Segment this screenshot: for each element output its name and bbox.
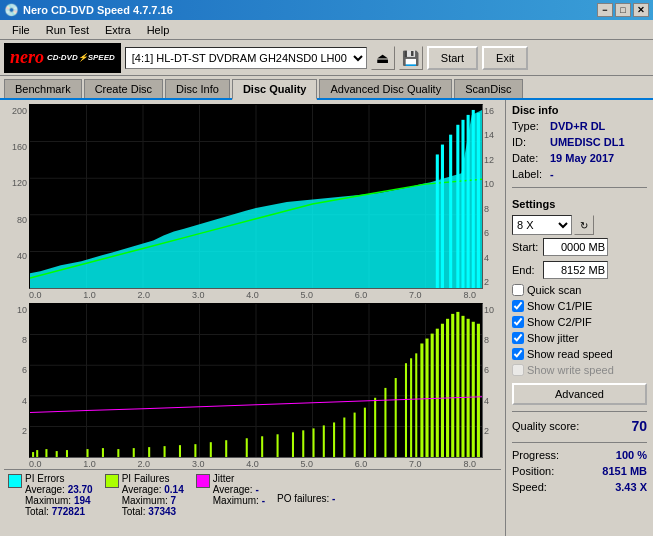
title-bar: 💿 Nero CD-DVD Speed 4.7.7.16 − □ ✕	[0, 0, 653, 20]
tab-bar: Benchmark Create Disc Disc Info Disc Qua…	[0, 76, 653, 100]
pi-errors-color	[8, 474, 22, 488]
svg-rect-73	[456, 312, 459, 457]
settings-title: Settings	[512, 198, 647, 210]
show-jitter-checkbox[interactable]	[512, 332, 524, 344]
main-content: 200 160 120 80 40	[0, 100, 653, 536]
jitter-text: Jitter Average: - Maximum: -	[213, 473, 265, 506]
svg-rect-38	[66, 450, 68, 457]
show-write-speed-checkbox[interactable]	[512, 364, 524, 376]
chart-top-svg	[29, 104, 483, 289]
pi-errors-total: Total: 772821	[25, 506, 93, 517]
menu-file[interactable]: File	[4, 22, 38, 38]
tab-create-disc[interactable]: Create Disc	[84, 79, 163, 98]
save-icon-button[interactable]: 💾	[399, 46, 423, 70]
divider-1	[512, 187, 647, 188]
app-title: Nero CD-DVD Speed 4.7.7.16	[23, 4, 173, 16]
jitter-label: Jitter	[213, 473, 265, 484]
maximize-button[interactable]: □	[615, 3, 631, 17]
divider-2	[512, 411, 647, 412]
end-mb-row: End:	[512, 261, 647, 279]
svg-rect-34	[32, 452, 34, 457]
svg-rect-60	[374, 398, 376, 457]
tab-benchmark[interactable]: Benchmark	[4, 79, 82, 98]
drive-selector[interactable]: [4:1] HL-DT-ST DVDRAM GH24NSD0 LH00	[125, 47, 367, 69]
end-input[interactable]	[543, 261, 608, 279]
show-c1pie-checkbox[interactable]	[512, 300, 524, 312]
svg-rect-39	[87, 449, 89, 457]
tab-scandisc[interactable]: ScanDisc	[454, 79, 522, 98]
svg-rect-52	[292, 432, 294, 457]
svg-rect-18	[467, 115, 470, 288]
start-input[interactable]	[543, 238, 608, 256]
svg-rect-44	[164, 446, 166, 457]
svg-rect-21	[482, 117, 483, 288]
start-mb-row: Start:	[512, 238, 647, 256]
speed-row-info: Speed: 3.43 X	[512, 481, 647, 493]
speed-select[interactable]: 8 X	[512, 215, 572, 235]
show-jitter-label: Show jitter	[527, 332, 578, 344]
refresh-button[interactable]: ↻	[574, 215, 594, 235]
svg-rect-59	[364, 408, 366, 457]
show-read-speed-checkbox[interactable]	[512, 348, 524, 360]
po-failures: PO failures: -	[277, 493, 335, 517]
svg-rect-56	[333, 422, 335, 457]
y-axis-top-right: 16 14 12 10 8 6 4 2	[483, 104, 501, 289]
show-c1pie-label: Show C1/PIE	[527, 300, 592, 312]
svg-rect-41	[117, 449, 119, 457]
y-axis-top-left: 200 160 120 80 40	[4, 104, 29, 289]
progress-label: Progress:	[512, 449, 559, 461]
svg-rect-69	[436, 329, 439, 457]
show-read-speed-row: Show read speed	[512, 348, 647, 360]
app-icon: 💿	[4, 3, 19, 17]
svg-rect-19	[472, 110, 475, 288]
advanced-button[interactable]: Advanced	[512, 383, 647, 405]
svg-rect-16	[456, 125, 459, 288]
show-c2pif-checkbox[interactable]	[512, 316, 524, 328]
eject-icon-button[interactable]: ⏏	[371, 46, 395, 70]
divider-3	[512, 442, 647, 443]
svg-rect-68	[431, 334, 434, 457]
tab-disc-info[interactable]: Disc Info	[165, 79, 230, 98]
id-label: ID:	[512, 136, 547, 148]
disc-label-value: -	[550, 168, 554, 180]
progress-value: 100 %	[616, 449, 647, 461]
svg-rect-13	[436, 154, 439, 288]
disc-info-title: Disc info	[512, 104, 647, 116]
chart-bottom-svg	[29, 303, 483, 458]
menu-help[interactable]: Help	[139, 22, 178, 38]
svg-rect-14	[441, 145, 444, 288]
pi-errors-avg: Average: 23.70	[25, 484, 93, 495]
close-button[interactable]: ✕	[633, 3, 649, 17]
menu-run-test[interactable]: Run Test	[38, 22, 97, 38]
svg-rect-17	[461, 120, 464, 288]
start-label: Start:	[512, 241, 540, 253]
svg-rect-49	[246, 438, 248, 457]
pi-failures-total: Total: 37343	[122, 506, 184, 517]
pi-failures-avg: Average: 0.14	[122, 484, 184, 495]
date-row: Date: 19 May 2017	[512, 152, 647, 164]
speed-row: 8 X ↻	[512, 215, 647, 235]
tab-disc-quality[interactable]: Disc Quality	[232, 79, 318, 100]
date-label: Date:	[512, 152, 547, 164]
svg-rect-54	[313, 428, 315, 457]
svg-rect-66	[420, 343, 423, 457]
quick-scan-checkbox[interactable]	[512, 284, 524, 296]
type-value: DVD+R DL	[550, 120, 605, 132]
svg-rect-47	[210, 442, 212, 457]
svg-rect-65	[415, 353, 417, 457]
speed-info-label: Speed:	[512, 481, 547, 493]
svg-rect-42	[133, 448, 135, 457]
disc-label-label: Label:	[512, 168, 547, 180]
start-button[interactable]: Start	[427, 46, 478, 70]
svg-rect-76	[472, 322, 475, 457]
menu-extra[interactable]: Extra	[97, 22, 139, 38]
svg-rect-71	[446, 319, 449, 457]
minimize-button[interactable]: −	[597, 3, 613, 17]
y-axis-bottom-right: 10 8 6 4 2	[483, 303, 501, 458]
tab-advanced-disc-quality[interactable]: Advanced Disc Quality	[319, 79, 452, 98]
svg-rect-74	[461, 316, 464, 457]
legend-pi-errors: PI Errors Average: 23.70 Maximum: 194 To…	[8, 473, 93, 517]
exit-button[interactable]: Exit	[482, 46, 528, 70]
svg-rect-67	[426, 339, 429, 457]
disc-label-row: Label: -	[512, 168, 647, 180]
